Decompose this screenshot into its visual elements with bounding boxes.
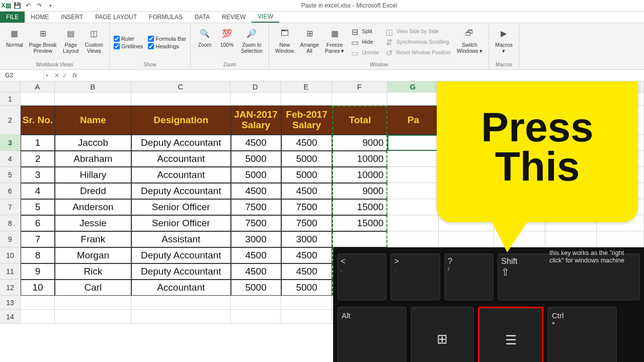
cell-E12[interactable]: 5000	[281, 280, 333, 296]
col-header-E[interactable]: E	[281, 81, 332, 93]
cell-D8[interactable]: 7500	[231, 215, 281, 231]
cell-A5[interactable]: 3	[21, 167, 55, 183]
save-icon[interactable]: 💾	[13, 2, 21, 10]
tab-insert[interactable]: INSERT	[55, 12, 89, 23]
cell-C11[interactable]: Deputy Accountant	[131, 263, 231, 280]
cell-C6[interactable]: Deputy Accountant	[131, 183, 231, 199]
cell-A8[interactable]: 6	[21, 215, 55, 231]
cell-G3[interactable]	[387, 135, 439, 151]
tab-page-layout[interactable]: PAGE LAYOUT	[89, 12, 143, 23]
table-header[interactable]: Feb-2017 Salary	[281, 106, 333, 135]
cell-B3[interactable]: Jaccob	[55, 135, 131, 151]
cell-A12[interactable]: 10	[21, 280, 55, 296]
row-header-2[interactable]: 2	[0, 106, 21, 135]
col-header-F[interactable]: F	[332, 81, 387, 93]
cell-B9[interactable]: Frank	[55, 231, 131, 247]
redo-icon[interactable]: ↷	[35, 2, 43, 10]
custom-views-button[interactable]: ◫Custom Views	[83, 24, 105, 55]
row-header-11[interactable]: 11	[0, 263, 21, 280]
cell-F6[interactable]: 9000	[332, 183, 387, 199]
select-all-corner[interactable]	[0, 81, 21, 93]
ruler-checkbox[interactable]: Ruler	[114, 35, 143, 42]
cell-G9[interactable]	[387, 231, 439, 247]
col-header-B[interactable]: B	[55, 81, 131, 93]
cell-C3[interactable]: Deputy Accountant	[131, 135, 231, 151]
unhide-button[interactable]: ▭Unhide	[348, 48, 380, 58]
row-header-3[interactable]: 3	[0, 135, 21, 151]
row-header-7[interactable]: 7	[0, 199, 21, 215]
macros-button[interactable]: ▶Macros ▾	[493, 24, 514, 55]
name-box[interactable]: G3	[2, 71, 44, 80]
switch-windows-button[interactable]: 🗗Switch Windows ▾	[455, 24, 485, 55]
cell-A7[interactable]: 5	[21, 199, 55, 215]
new-window-button[interactable]: 🗔New Window	[273, 24, 296, 55]
cancel-formula-icon[interactable]: ✕	[54, 72, 59, 79]
row-header-9[interactable]: 9	[0, 231, 21, 247]
cell-F3[interactable]: 9000	[332, 135, 387, 151]
row-header-1[interactable]: 1	[0, 93, 21, 106]
cell-B5[interactable]: Hillary	[55, 167, 131, 183]
formula-input[interactable]	[83, 70, 644, 81]
row-header-4[interactable]: 4	[0, 151, 21, 167]
table-header[interactable]: Sr. No.	[21, 106, 55, 135]
freeze-panes-button[interactable]: ▦Freeze Panes ▾	[323, 24, 347, 55]
zoom-button[interactable]: 🔍Zoom	[195, 24, 215, 49]
table-header[interactable]: Designation	[131, 106, 231, 135]
tab-home[interactable]: HOME	[25, 12, 55, 23]
table-header[interactable]: Name	[55, 106, 131, 135]
tab-view[interactable]: VIEW	[252, 12, 279, 23]
cell-G5[interactable]	[387, 167, 439, 183]
cell-A10[interactable]: 8	[21, 247, 55, 263]
arrange-all-button[interactable]: ⊞Arrange All	[298, 24, 320, 55]
view-side-by-side-button[interactable]: ◫View Side by Side	[383, 27, 453, 37]
headings-checkbox[interactable]: Headings	[148, 43, 186, 50]
cell-G4[interactable]	[387, 151, 439, 167]
cell-D12[interactable]: 5000	[231, 280, 281, 296]
cell-B7[interactable]: Anderson	[55, 199, 131, 215]
tab-review[interactable]: REVIEW	[216, 12, 252, 23]
page-break-preview-button[interactable]: ⊞Page Break Preview	[27, 24, 59, 55]
cell-E4[interactable]: 5000	[281, 151, 333, 167]
cell-D11[interactable]: 4500	[231, 263, 281, 280]
col-header-C[interactable]: C	[131, 81, 230, 93]
reset-window-position-button[interactable]: ↺Reset Window Position	[383, 48, 453, 58]
cell-G7[interactable]	[387, 199, 439, 215]
cell-F8[interactable]: 15000	[332, 215, 387, 231]
cell-B10[interactable]: Morgan	[55, 247, 131, 263]
qat-dropdown-icon[interactable]: ▾	[46, 2, 54, 10]
cell-E9[interactable]: 3000	[281, 231, 333, 247]
cell-C9[interactable]: Assistant	[131, 231, 231, 247]
row-header-8[interactable]: 8	[0, 215, 21, 231]
col-header-D[interactable]: D	[230, 81, 281, 93]
table-header[interactable]: Total	[332, 106, 387, 135]
cell-C10[interactable]: Deputy Accountant	[131, 247, 231, 263]
cell-D9[interactable]: 3000	[231, 231, 281, 247]
cell-E6[interactable]: 4500	[281, 183, 333, 199]
cell-F5[interactable]: 10000	[332, 167, 387, 183]
tab-data[interactable]: DATA	[189, 12, 216, 23]
cell-E5[interactable]: 5000	[281, 167, 333, 183]
cell-C12[interactable]: Accountant	[131, 280, 231, 296]
cell-E11[interactable]: 4500	[281, 263, 333, 280]
cell-B6[interactable]: Dredd	[55, 183, 131, 199]
fx-icon[interactable]: fx	[70, 72, 79, 79]
cell-D5[interactable]: 5000	[231, 167, 281, 183]
cell-A6[interactable]: 4	[21, 183, 55, 199]
formula-bar-checkbox[interactable]: Formula Bar	[148, 35, 186, 42]
cell-C7[interactable]: Senior Officer	[131, 199, 231, 215]
gridlines-checkbox[interactable]: Gridlines	[114, 43, 143, 50]
cell-E3[interactable]: 4500	[281, 135, 333, 151]
cell-A3[interactable]: 1	[21, 135, 55, 151]
cell-A4[interactable]: 2	[21, 151, 55, 167]
row-header-13[interactable]: 13	[0, 296, 21, 310]
row-header-14[interactable]: 14	[0, 310, 21, 324]
cell-G6[interactable]	[387, 183, 439, 199]
cell-C5[interactable]: Accountant	[131, 167, 231, 183]
cell-A11[interactable]: 9	[21, 263, 55, 280]
page-layout-button[interactable]: ▤Page Layout	[61, 24, 81, 55]
hide-button[interactable]: ▭Hide	[348, 37, 380, 47]
cell-C4[interactable]: Accountant	[131, 151, 231, 167]
cell-F9[interactable]	[332, 231, 387, 247]
split-button[interactable]: ⊟Split	[348, 27, 380, 37]
cell-B11[interactable]: Rick	[55, 263, 131, 280]
